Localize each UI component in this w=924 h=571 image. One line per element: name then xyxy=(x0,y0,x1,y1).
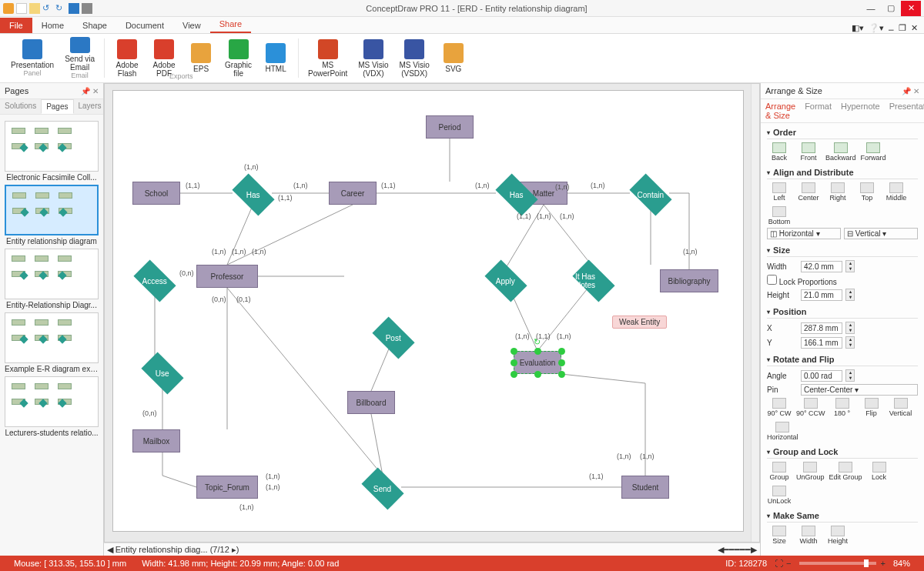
btn-size[interactable]: Size xyxy=(767,526,792,545)
height-up[interactable]: ▴ xyxy=(846,289,854,295)
undo-icon[interactable]: ↺ xyxy=(42,3,53,14)
new-icon[interactable] xyxy=(16,3,27,14)
btn-height[interactable]: Height xyxy=(825,526,850,545)
rtab-presentation[interactable]: Presentation xyxy=(885,99,924,122)
ribbon-btn-send-via-email[interactable]: Send viaEmailEmail xyxy=(60,35,99,81)
entity-student[interactable]: Student xyxy=(621,476,669,499)
rtab-format[interactable]: Format xyxy=(800,99,836,122)
relation-use[interactable]: Use xyxy=(141,352,183,394)
angle-up[interactable]: ▴ xyxy=(846,370,854,376)
minimize-button[interactable]: — xyxy=(861,1,881,16)
selection-handle[interactable] xyxy=(558,371,565,378)
btn-width[interactable]: Width xyxy=(796,526,821,545)
ribbon-btn-ms-visio-vsdx-[interactable]: MS Visio(VSDX) xyxy=(395,35,434,81)
pin-icon[interactable]: 📌 ✕ xyxy=(902,87,919,95)
btn-unlock[interactable]: UnLock xyxy=(767,486,792,505)
selection-handle[interactable] xyxy=(511,348,517,355)
btn-vertical[interactable]: Vertical xyxy=(889,398,913,417)
min-inner-icon[interactable]: ⎽ xyxy=(889,23,894,33)
btn-group[interactable]: Group xyxy=(767,462,792,481)
distribute-vertical[interactable]: ⊟ Vertical ▾ xyxy=(844,228,918,239)
entity-billboard[interactable]: Billboard xyxy=(347,391,395,414)
tab-shape[interactable]: Shape xyxy=(73,18,116,33)
relation-has2[interactable]: Has xyxy=(495,173,537,215)
tab-view[interactable]: View xyxy=(173,18,210,33)
height-input[interactable] xyxy=(801,289,842,301)
entity-mailbox[interactable]: Mailbox xyxy=(132,429,180,452)
scrollbar-vertical[interactable] xyxy=(751,84,759,542)
section-group-and-lock[interactable]: Group and Lock xyxy=(767,446,918,459)
relation-contain[interactable]: Contain xyxy=(629,173,671,215)
entity-career[interactable]: Career xyxy=(329,182,377,205)
angle-input[interactable] xyxy=(801,370,842,382)
zoom-in-icon[interactable]: + xyxy=(881,559,886,568)
rtab-hypernote[interactable]: Hypernote xyxy=(836,99,885,122)
btn-right[interactable]: Right xyxy=(825,182,850,202)
btn-flip[interactable]: Flip xyxy=(859,398,884,417)
relation-apply[interactable]: Apply xyxy=(484,259,527,302)
section-align-and-distribute[interactable]: Align and Distribute xyxy=(767,166,918,179)
section-rotate-and-flip[interactable]: Rotate and Flip xyxy=(767,353,918,366)
zoom-slider[interactable] xyxy=(799,562,876,565)
btn-backward[interactable]: Backward xyxy=(825,142,856,162)
save-icon[interactable] xyxy=(69,3,79,14)
redo-icon[interactable]: ↻ xyxy=(55,3,66,14)
btn-back[interactable]: Back xyxy=(767,142,792,162)
ribbon-btn-presentation[interactable]: PresentationPanel xyxy=(6,35,59,81)
pos-x-down[interactable]: ▾ xyxy=(846,328,854,333)
zoom-out-icon[interactable]: − xyxy=(786,559,791,568)
pos-y-down[interactable]: ▾ xyxy=(846,342,854,348)
entity-period[interactable]: Period xyxy=(426,115,474,139)
btn-top[interactable]: Top xyxy=(855,182,879,202)
lock-proportions-checkbox[interactable] xyxy=(767,275,777,285)
relation-itnotes[interactable]: It Has Notes xyxy=(572,259,614,302)
rtab-arrange[interactable]: Arrange & Size xyxy=(761,99,800,122)
ribbon-btn-ms-powerpoint[interactable]: MSPowerPoint xyxy=(303,35,352,81)
print-icon[interactable] xyxy=(82,3,92,14)
btn-edit-group[interactable]: Edit Group xyxy=(829,462,862,481)
btn-90-ccw[interactable]: 90° CCW xyxy=(796,398,825,417)
btn-left[interactable]: Left xyxy=(767,182,792,202)
btn-forward[interactable]: Forward xyxy=(861,142,886,162)
scroll-h[interactable]: ◀━━━━━▶ xyxy=(718,545,757,555)
close-button[interactable]: ✕ xyxy=(901,1,921,16)
tab-share[interactable]: Share xyxy=(210,16,251,33)
page-thumb[interactable]: Lecturers-students relatio... xyxy=(5,376,99,437)
tab-document[interactable]: Document xyxy=(116,18,173,33)
style-icon[interactable]: ◧▾ xyxy=(852,23,864,33)
height-down[interactable]: ▾ xyxy=(846,295,854,300)
relation-access[interactable]: Access xyxy=(133,259,176,302)
sheet-tab[interactable]: Entity relationship diag... (7/12 ▸) xyxy=(116,545,239,555)
width-input[interactable] xyxy=(801,261,842,272)
pos-x-up[interactable]: ▴ xyxy=(846,322,854,328)
btn-horizontal[interactable]: Horizontal xyxy=(767,422,798,441)
ribbon-btn-adobe-flash[interactable]: AdobeFlash xyxy=(109,35,145,81)
selection-handle[interactable] xyxy=(534,348,541,355)
prev-sheet-icon[interactable]: ◀ xyxy=(107,545,113,555)
left-tab-pages[interactable]: Pages xyxy=(41,99,73,114)
restore-inner-icon[interactable]: ❐ xyxy=(899,23,906,33)
entity-topic[interactable]: Topic_Forum xyxy=(196,476,258,499)
ribbon-btn-graphic-file[interactable]: Graphicfile xyxy=(220,35,256,81)
selection-handle[interactable] xyxy=(558,348,565,355)
btn-center[interactable]: Center xyxy=(796,182,821,202)
angle-down[interactable]: ▾ xyxy=(846,376,854,381)
left-tab-solutions[interactable]: Solutions xyxy=(0,99,41,114)
btn-front[interactable]: Front xyxy=(796,142,821,162)
ribbon-btn-html[interactable]: HTML xyxy=(258,35,293,81)
pin-icon[interactable]: 📌 ✕ xyxy=(81,87,99,95)
relation-post[interactable]: Post xyxy=(372,316,414,359)
pos-y-input[interactable] xyxy=(801,337,842,349)
pin-select[interactable]: Center-Center ▾ xyxy=(801,384,918,396)
help-icon[interactable]: ❔▾ xyxy=(869,23,884,33)
btn-90-cw[interactable]: 90° CW xyxy=(767,398,792,417)
tab-home[interactable]: Home xyxy=(32,18,73,33)
page-thumb[interactable]: Entity-Relationship Diagr... xyxy=(5,249,99,309)
selection-handle[interactable] xyxy=(558,359,565,366)
page-thumb[interactable]: Electronic Facsimile Coll... xyxy=(5,121,99,182)
relation-has1[interactable]: Has xyxy=(232,173,274,215)
selection-handle[interactable] xyxy=(511,359,517,366)
btn-lock[interactable]: Lock xyxy=(867,462,892,481)
ribbon-btn-svg[interactable]: SVG xyxy=(436,35,471,81)
distribute-horizontal[interactable]: ◫ Horizontal ▾ xyxy=(767,228,841,239)
